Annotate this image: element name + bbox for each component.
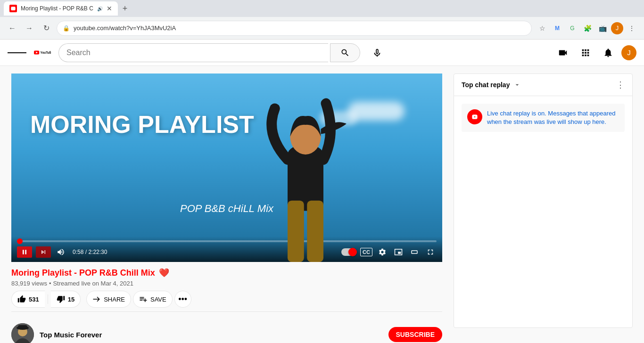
address-bar[interactable]: 🔒 youtube.com/watch?v=YhJA3MvU2iA [57, 21, 532, 36]
more-actions-btn[interactable]: ••• [174, 291, 191, 308]
save-btn[interactable]: SAVE [133, 291, 173, 308]
video-controls: 0:58 / 2:22:30 CC [11, 237, 442, 262]
extensions-btn[interactable]: 🧩 [581, 22, 594, 35]
new-tab-btn[interactable]: + [123, 4, 128, 14]
video-actions: 531 15 SHARE [11, 291, 442, 312]
translate-btn[interactable]: G [566, 22, 579, 35]
miniplayer-icon [394, 248, 403, 256]
like-dislike-separator [48, 294, 48, 304]
toolbar-icons: ☆ M G 🧩 📺 J ⋮ [536, 22, 638, 35]
channel-name: Top Music Forever [40, 331, 383, 339]
chat-title: Top chat replay [462, 81, 510, 89]
yt-header: YouTube JP [0, 40, 644, 66]
video-overlay-title: MORING PLAYLIST [30, 111, 254, 138]
apps-btn[interactable] [576, 43, 595, 62]
next-btn[interactable] [36, 246, 51, 258]
main-content: MORING PLAYLIST POP B&B cHiLL Mix [0, 66, 644, 343]
cast-btn[interactable]: 📺 [596, 22, 609, 35]
tab-close-btn[interactable]: ✕ [107, 5, 112, 12]
progress-dot [17, 238, 23, 244]
reload-btn[interactable]: ↻ [40, 22, 53, 35]
chat-sidebar: Top chat replay ⋮ Live chat replay is on… [454, 74, 633, 328]
search-input[interactable] [58, 43, 328, 62]
bookmark-btn[interactable]: ☆ [536, 22, 549, 35]
tab-audio-icon: 🔊 [97, 6, 103, 11]
subscribe-btn[interactable]: SUBSCRIBE [388, 327, 442, 342]
theater-icon [410, 248, 419, 256]
video-overlay-subtitle: POP B&B cHiLL Mix [180, 203, 273, 215]
view-count: 83,919 views [11, 280, 47, 287]
theater-btn[interactable] [408, 246, 421, 258]
video-meta: 83,919 views • Streamed live on Mar 4, 2… [11, 280, 442, 287]
browser-profile-btn[interactable]: J [611, 22, 623, 34]
search-icon [340, 48, 350, 57]
apps-grid-icon [580, 48, 591, 58]
search-btn[interactable] [330, 43, 360, 62]
forward-btn[interactable]: → [23, 22, 36, 35]
share-btn[interactable]: SHARE [86, 291, 131, 308]
like-btn[interactable]: 531 [11, 291, 45, 308]
controls-row: 0:58 / 2:22:30 CC [17, 246, 437, 258]
browser-tab[interactable]: Moring Playlist - POP R&B C 🔊 ✕ [4, 1, 118, 16]
tab-favicon [9, 5, 17, 12]
hamburger-line [14, 52, 20, 53]
chat-title-row: Top chat replay [462, 81, 521, 89]
video-player[interactable]: MORING PLAYLIST POP B&B cHiLL Mix [11, 74, 442, 262]
chrome-menu-btn[interactable]: ⋮ [625, 22, 638, 35]
create-video-btn[interactable] [553, 43, 572, 62]
video-info: Moring Playlist - POP R&B Chill Mix ❤️ 8… [11, 262, 442, 318]
share-icon [92, 295, 101, 303]
hamburger-line [8, 52, 14, 53]
progress-bar[interactable] [17, 240, 437, 242]
fullscreen-icon [426, 248, 435, 256]
yt-logo-link[interactable]: YouTube JP [34, 47, 51, 58]
video-camera-icon [558, 48, 568, 58]
share-label: SHARE [104, 296, 125, 303]
video-title-row: Moring Playlist - POP R&B Chill Mix ❤️ [11, 268, 442, 278]
person-silhouette [244, 83, 367, 262]
save-label: SAVE [150, 296, 166, 303]
chat-dropdown-btn[interactable] [513, 81, 521, 89]
channel-avatar [11, 323, 34, 343]
save-icon [139, 295, 148, 303]
mic-icon [372, 48, 382, 58]
bell-icon [603, 48, 613, 58]
search-form [58, 43, 360, 62]
chat-system-text: Live chat replay is on. Messages that ap… [487, 109, 619, 126]
channel-avatar-img [11, 323, 34, 343]
pause-icon [21, 248, 28, 256]
fullscreen-btn[interactable] [424, 246, 437, 258]
chat-header: Top chat replay ⋮ [454, 74, 632, 96]
header-right: J [553, 43, 636, 62]
youtube-logo-icon [471, 114, 479, 120]
thumbs-down-icon [57, 295, 65, 303]
pause-btn[interactable] [17, 246, 32, 258]
browser-chrome: Moring Playlist - POP R&B C 🔊 ✕ + [0, 0, 644, 17]
chat-message-area[interactable]: Live chat replay is on. Messages that ap… [454, 96, 632, 327]
back-btn[interactable]: ← [6, 22, 19, 35]
time-total: 2:22:30 [88, 249, 107, 255]
time-display: 0:58 / 2:22:30 [73, 249, 107, 255]
thumbs-up-icon [17, 295, 26, 303]
video-thumbnail: MORING PLAYLIST POP B&B cHiLL Mix [11, 74, 442, 262]
stream-date: Streamed live on Mar 4, 2021 [53, 280, 133, 287]
channel-info: Top Music Forever SUBSCRIBE [11, 318, 442, 343]
channel-details: Top Music Forever [40, 331, 383, 339]
google-maps-btn[interactable]: M [551, 22, 564, 35]
chat-yt-icon [467, 109, 482, 124]
dislike-btn[interactable]: 15 [51, 291, 81, 308]
hamburger-menu-btn[interactable] [8, 43, 26, 62]
mic-btn[interactable] [368, 43, 387, 62]
chat-more-btn[interactable]: ⋮ [616, 80, 625, 90]
dislike-count: 15 [68, 296, 74, 303]
volume-btn[interactable] [55, 246, 67, 258]
notifications-btn[interactable] [599, 43, 618, 62]
video-column: MORING PLAYLIST POP B&B cHiLL Mix [11, 74, 442, 343]
progress-fill [17, 240, 20, 242]
miniplayer-btn[interactable] [392, 246, 405, 258]
settings-btn[interactable] [376, 246, 388, 258]
browser-toolbar: ← → ↻ 🔒 youtube.com/watch?v=YhJA3MvU2iA … [0, 17, 644, 40]
next-icon [40, 248, 47, 256]
tab-title: Moring Playlist - POP R&B C [21, 5, 93, 12]
profile-btn[interactable]: J [621, 45, 636, 60]
